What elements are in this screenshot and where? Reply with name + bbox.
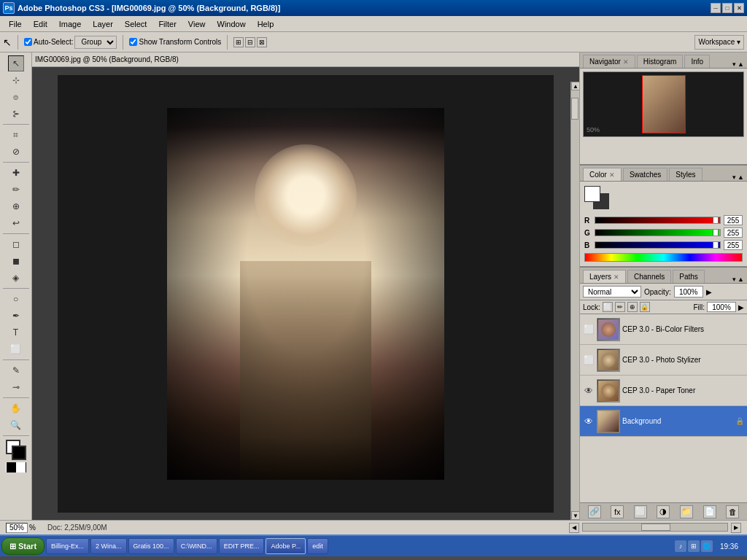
shape-tool[interactable]: ⬜ — [8, 341, 24, 357]
lock-position-btn[interactable]: ✏ — [615, 302, 625, 312]
fill-input[interactable] — [707, 302, 736, 312]
blur-tool[interactable]: ◈ — [8, 270, 24, 286]
lasso-tool[interactable]: ⌾ — [8, 89, 24, 105]
tab-layers[interactable]: Layers ✕ — [583, 270, 626, 283]
zoom-tool[interactable]: 🔍 — [8, 417, 24, 433]
red-slider-handle[interactable] — [713, 217, 719, 224]
layer-row-stylizer[interactable]: ⬜ CEP 3.0 - Photo Stylizer — [580, 345, 747, 376]
taskbar-item-gratis[interactable]: Gratis 100... — [128, 538, 174, 554]
align-btn-3[interactable]: ⊠ — [257, 37, 267, 47]
menu-item-select[interactable]: Select — [119, 18, 153, 30]
green-slider-handle[interactable] — [713, 229, 719, 236]
layer-new-btn[interactable]: 📄 — [703, 505, 716, 518]
tab-styles[interactable]: Styles — [669, 168, 702, 181]
tab-color[interactable]: Color ✕ — [583, 168, 622, 181]
close-button[interactable]: ✕ — [734, 3, 744, 13]
taskbar-item-edit[interactable]: edit — [307, 538, 328, 554]
workspace-button[interactable]: Workspace ▾ — [694, 35, 744, 50]
auto-select-dropdown[interactable]: Group Layer — [74, 36, 117, 49]
b-value[interactable]: 255 — [724, 240, 743, 250]
heal-tool[interactable]: ✚ — [8, 165, 24, 181]
scroll-down-btn[interactable]: ▼ — [571, 511, 579, 520]
layer-style-btn[interactable]: fx — [611, 505, 624, 518]
scroll-track[interactable] — [571, 90, 579, 511]
blend-mode-dropdown[interactable]: Normal Multiply Screen — [583, 286, 641, 298]
red-slider[interactable] — [595, 217, 721, 224]
notes-tool[interactable]: ✎ — [8, 362, 24, 378]
taskbar-item-cwindows[interactable]: C:\WIND... — [176, 538, 217, 554]
taskbar-item-editpre[interactable]: EDIT PRE... — [219, 538, 265, 554]
layer-visibility-background[interactable]: 👁 — [583, 416, 595, 427]
lock-lock-btn[interactable]: 🔒 — [640, 302, 650, 312]
show-transform-checkbox[interactable]: Show Transform Controls — [129, 38, 221, 46]
vertical-scrollbar[interactable]: ▲ ▼ — [570, 82, 579, 520]
pen-tool[interactable]: ✒ — [8, 308, 24, 324]
zoom-input[interactable] — [6, 523, 28, 533]
magic-wand-tool[interactable]: ⊱ — [8, 106, 24, 122]
collapse-layers-btn[interactable]: ▲ — [738, 276, 744, 283]
menu-item-filter[interactable]: Filter — [152, 18, 182, 30]
tab-histogram[interactable]: Histogram — [637, 55, 684, 68]
layer-row-bicolor[interactable]: ⬜ CEP 3.0 - Bi-Color Filters — [580, 314, 747, 345]
layer-group-btn[interactable]: 📁 — [680, 505, 693, 518]
lock-pixels-btn[interactable]: ⬜ — [603, 302, 613, 312]
menu-item-layer[interactable]: Layer — [87, 18, 119, 30]
menu-item-window[interactable]: Window — [212, 18, 252, 30]
background-color[interactable] — [12, 446, 26, 460]
collapse-color-btn[interactable]: ▲ — [738, 174, 744, 181]
align-btn-2[interactable]: ⊟ — [245, 37, 255, 47]
eyedropper-tool[interactable]: ⊸ — [8, 379, 24, 395]
tab-paths[interactable]: Paths — [673, 270, 705, 283]
collapse-panel-btn[interactable]: ▲ — [738, 61, 744, 68]
tab-navigator[interactable]: Navigator ✕ — [583, 55, 635, 68]
lock-all-btn[interactable]: ⊕ — [627, 302, 638, 312]
opacity-input[interactable] — [674, 286, 703, 298]
dodge-tool[interactable]: ○ — [8, 291, 24, 307]
tab-info[interactable]: Info — [684, 55, 710, 68]
scroll-left-btn[interactable]: ◀ — [569, 523, 579, 533]
r-value[interactable]: 255 — [724, 215, 743, 225]
gradient-tool[interactable]: ◼ — [8, 253, 24, 269]
h-scroll-thumb[interactable] — [641, 524, 670, 531]
eraser-tool[interactable]: ◻ — [8, 236, 24, 252]
h-scroll-track[interactable] — [582, 523, 728, 532]
canvas-content[interactable]: ▲ ▼ — [32, 67, 579, 520]
maximize-button[interactable]: □ — [722, 3, 732, 13]
stamp-tool[interactable]: ⊕ — [8, 198, 24, 214]
layer-row-background[interactable]: 👁 Background 🔒 — [580, 406, 747, 437]
tab-swatches[interactable]: Swatches — [623, 168, 667, 181]
menu-item-file[interactable]: File — [3, 18, 28, 30]
select-tool[interactable]: ⊹ — [8, 72, 24, 88]
slice-tool[interactable]: ⊘ — [8, 144, 24, 160]
fg-bg-colors[interactable] — [6, 440, 26, 460]
minimize-button[interactable]: ─ — [711, 3, 721, 13]
fill-arrow[interactable]: ▶ — [738, 303, 744, 311]
taskbar-item-photoshop[interactable]: Adobe P... — [266, 538, 306, 554]
history-brush-tool[interactable]: ↩ — [8, 215, 24, 231]
scroll-thumb[interactable] — [571, 98, 578, 120]
tray-icon-2[interactable]: ⊞ — [688, 540, 700, 552]
tab-channels[interactable]: Channels — [627, 270, 671, 283]
menu-item-view[interactable]: View — [182, 18, 212, 30]
opacity-arrow[interactable]: ▶ — [706, 288, 712, 296]
move-tool[interactable]: ↖ — [8, 55, 24, 71]
layer-mask-btn[interactable]: ⬜ — [634, 505, 647, 518]
tray-icon-3[interactable]: 🌐 — [701, 540, 713, 552]
taskbar-item-billing[interactable]: Billing-Ex... — [46, 538, 89, 554]
auto-select-checkbox[interactable]: Auto-Select: Group Layer — [24, 36, 117, 49]
layer-link-btn[interactable]: 🔗 — [588, 505, 601, 518]
layer-visibility-bicolor[interactable]: ⬜ — [583, 324, 595, 335]
scroll-right-btn[interactable]: ▶ — [731, 523, 741, 533]
layer-row-papertoner[interactable]: 👁 CEP 3.0 - Paper Toner — [580, 376, 747, 406]
brush-tool[interactable]: ✏ — [8, 182, 24, 198]
g-value[interactable]: 255 — [724, 228, 743, 238]
taskbar-item-windows[interactable]: 2 Wina... — [90, 538, 127, 554]
close-layers-icon[interactable]: ✕ — [614, 273, 619, 281]
foreground-color-box[interactable] — [584, 186, 600, 202]
close-color-icon[interactable]: ✕ — [609, 171, 615, 179]
type-tool[interactable]: T — [8, 324, 24, 341]
scroll-up-btn[interactable]: ▲ — [571, 82, 579, 90]
hand-tool[interactable]: ✋ — [8, 400, 24, 416]
menu-item-image[interactable]: Image — [53, 18, 88, 30]
screen-mode-normal[interactable] — [6, 462, 26, 472]
